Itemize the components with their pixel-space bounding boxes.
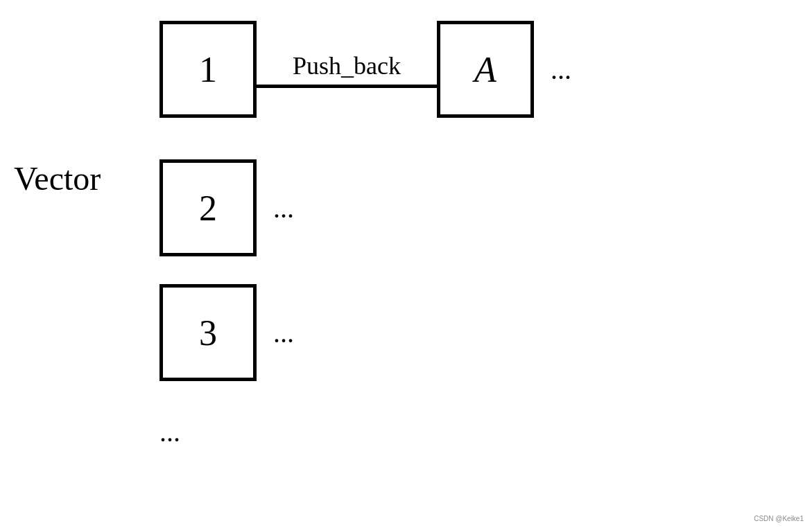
row1: 1 Push_back A ... xyxy=(159,21,571,118)
box-2: 2 xyxy=(159,159,257,256)
row3-ellipsis: ... xyxy=(273,317,294,349)
box-1: 1 xyxy=(159,21,257,118)
box-1-value: 1 xyxy=(199,49,217,90)
box-a: A xyxy=(437,21,534,118)
row1-inner: 1 Push_back A ... xyxy=(159,21,571,118)
row3: 3 ... xyxy=(159,284,294,381)
box-2-value: 2 xyxy=(199,188,217,229)
push-back-label: Push_back xyxy=(293,51,401,80)
row2-ellipsis: ... xyxy=(273,192,294,225)
horizontal-line xyxy=(257,85,437,88)
row1-ellipsis: ... xyxy=(551,53,571,86)
box-3-value: 3 xyxy=(199,313,217,353)
row2: 2 ... xyxy=(159,159,294,256)
watermark: CSDN @Keike1 xyxy=(754,515,804,522)
diagram-container: 1 Push_back A ... Vector 2 ... 3 ... ...… xyxy=(0,0,812,528)
bottom-ellipsis: ... xyxy=(159,416,180,448)
connector-push-back: Push_back xyxy=(257,51,437,88)
box-3: 3 xyxy=(159,284,257,381)
box-a-value: A xyxy=(474,49,496,90)
vector-label: Vector xyxy=(14,159,101,197)
